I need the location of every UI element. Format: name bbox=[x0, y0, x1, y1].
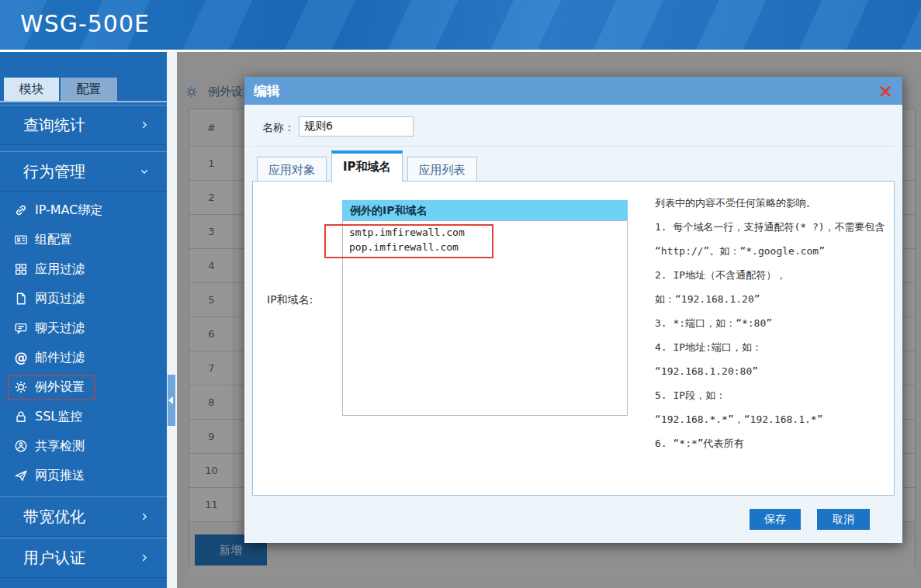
rule-name-label: 名称： bbox=[262, 121, 295, 135]
sidebar-tab-divider bbox=[0, 101, 167, 102]
sidebar-item-mail-filter[interactable]: @ 邮件过滤 bbox=[0, 343, 167, 372]
sidebar-item-ssl-monitor[interactable]: SSL监控 bbox=[0, 402, 167, 431]
edit-dialog: 编辑 × 名称： 应用对象 IP和域名 应用列表 IP和域名: 例外的IP和域名… bbox=[244, 77, 902, 543]
sidebar-section-label: 行为管理 bbox=[23, 161, 85, 182]
sidebar-item-label: 网页推送 bbox=[35, 468, 85, 484]
chat-icon bbox=[14, 321, 28, 335]
sidebar-item-chat-filter[interactable]: 聊天过滤 bbox=[0, 313, 167, 343]
sidebar-item-label: 邮件过滤 bbox=[35, 350, 85, 366]
sidebar-section-behavior-mgmt[interactable]: 行为管理 bbox=[0, 151, 167, 192]
sidebar: 模块 配置 查询统计 行为管理 IP-MAC绑定 bbox=[0, 52, 167, 588]
webpage-icon bbox=[14, 292, 28, 306]
sidebar-item-label: 应用过滤 bbox=[35, 261, 85, 278]
sidebar-section-query-stats[interactable]: 查询统计 bbox=[0, 105, 167, 145]
sidebar-section-label: 用户认证 bbox=[23, 548, 85, 569]
chevron-right-icon bbox=[137, 119, 151, 130]
edit-dialog-title: 编辑 bbox=[254, 77, 280, 105]
app-title: WSG-500E bbox=[20, 10, 150, 37]
sidebar-submenu: IP-MAC绑定 组配置 应用过滤 bbox=[0, 195, 167, 490]
sidebar-tab-config[interactable]: 配置 bbox=[61, 78, 117, 101]
name-row-divider bbox=[252, 146, 895, 147]
send-icon bbox=[14, 469, 28, 483]
sidebar-item-web-filter[interactable]: 网页过滤 bbox=[0, 284, 167, 313]
sidebar-section-user-auth[interactable]: 用户认证 bbox=[0, 538, 167, 578]
app-grid-icon bbox=[14, 262, 28, 276]
edit-dialog-tabs: 应用对象 IP和域名 应用列表 bbox=[257, 150, 482, 182]
sidebar-item-label: 网页过滤 bbox=[35, 291, 85, 307]
link-icon bbox=[14, 203, 28, 217]
rule-name-input[interactable] bbox=[299, 116, 414, 137]
sidebar-item-share-detect[interactable]: 共享检测 bbox=[0, 431, 167, 461]
sidebar-collapse-handle[interactable] bbox=[168, 375, 175, 426]
id-card-icon bbox=[14, 233, 28, 247]
chevron-down-icon bbox=[137, 166, 151, 177]
ip-domain-panel: IP和域名: 例外的IP和域名 smtp.imfirewall.com pop.… bbox=[252, 181, 895, 496]
sidebar-item-web-push[interactable]: 网页推送 bbox=[0, 461, 167, 490]
exception-list-textarea[interactable]: smtp.imfirewall.com pop.imfirewall.com bbox=[342, 220, 628, 416]
sidebar-item-group-config[interactable]: 组配置 bbox=[0, 225, 167, 254]
sidebar-tab-bar: 模块 配置 bbox=[0, 78, 167, 101]
sidebar-gutter bbox=[167, 52, 177, 588]
share-icon bbox=[14, 439, 28, 453]
at-icon: @ bbox=[14, 350, 28, 365]
tab-ip-and-domains[interactable]: IP和域名 bbox=[331, 150, 403, 182]
chevron-right-icon bbox=[137, 552, 151, 563]
edit-dialog-body: 名称： 应用对象 IP和域名 应用列表 IP和域名: 例外的IP和域名 smtp… bbox=[244, 105, 902, 543]
sidebar-item-label: 例外设置 bbox=[35, 379, 85, 396]
sidebar-tab-modules[interactable]: 模块 bbox=[4, 78, 59, 101]
sidebar-item-label: IP-MAC绑定 bbox=[35, 202, 102, 219]
chevron-right-icon bbox=[137, 511, 151, 522]
sidebar-item-app-filter[interactable]: 应用过滤 bbox=[0, 254, 167, 284]
tab-app-objects[interactable]: 应用对象 bbox=[257, 157, 327, 182]
help-text: 列表中的内容不受任何策略的影响。 1. 每个域名一行，支持通配符(* ?)，不需… bbox=[655, 191, 888, 455]
sidebar-item-label: SSL监控 bbox=[35, 409, 82, 425]
sidebar-item-ip-mac-binding[interactable]: IP-MAC绑定 bbox=[0, 195, 167, 225]
tab-app-list[interactable]: 应用列表 bbox=[407, 157, 477, 182]
sidebar-item-label: 聊天过滤 bbox=[35, 320, 85, 337]
sidebar-section-label: 带宽优化 bbox=[23, 507, 85, 527]
edit-dialog-header: 编辑 × bbox=[244, 77, 902, 105]
sidebar-section-bandwidth[interactable]: 带宽优化 bbox=[0, 496, 167, 537]
sidebar-item-label: 组配置 bbox=[35, 232, 72, 248]
lock-icon bbox=[14, 410, 28, 424]
ip-domain-label: IP和域名: bbox=[267, 293, 313, 307]
close-icon[interactable]: × bbox=[878, 80, 893, 102]
sidebar-item-label: 共享检测 bbox=[35, 438, 85, 455]
app-header: WSG-500E bbox=[0, 0, 921, 52]
cancel-button[interactable]: 取消 bbox=[817, 509, 870, 530]
exception-list-header: 例外的IP和域名 bbox=[342, 200, 628, 220]
sidebar-section-label: 查询统计 bbox=[23, 115, 85, 136]
gear-icon bbox=[14, 380, 28, 394]
save-button[interactable]: 保存 bbox=[750, 509, 801, 530]
sidebar-item-exception-settings[interactable]: 例外设置 bbox=[0, 372, 167, 402]
